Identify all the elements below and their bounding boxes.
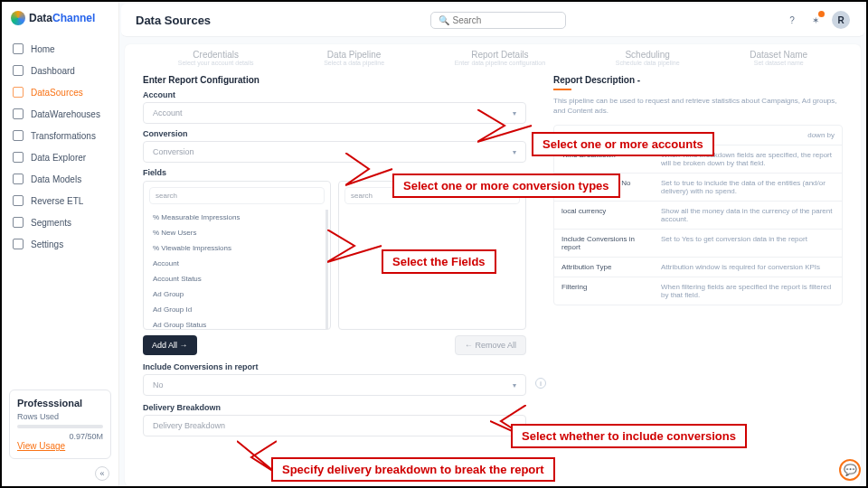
chevron-down-icon: ▾	[513, 381, 516, 389]
available-fields-list: search % Measurable Impressions% New Use…	[143, 181, 331, 330]
nav-dashboard[interactable]: Dashboard	[2, 60, 118, 81]
list-item[interactable]: Ad Group	[144, 286, 326, 302]
annotation-accounts: Select one or more accounts	[532, 132, 714, 156]
config-section-title: Enter Report Configuration	[143, 75, 526, 85]
include-conversions-select[interactable]: No▾	[143, 374, 526, 396]
chevron-down-icon: ▾	[513, 148, 516, 156]
list-item[interactable]: % Viewable Impressions	[144, 240, 326, 256]
wizard-steps: CredentialsSelect your account details D…	[143, 44, 843, 75]
param-key: Include Conversions in report	[554, 230, 654, 257]
segments-icon	[13, 217, 24, 228]
global-search[interactable]: 🔍	[430, 12, 566, 29]
param-val: Set to true to include the data of the e…	[654, 174, 842, 201]
datasources-icon	[13, 87, 24, 98]
topbar: Data Sources 🔍 ? ✶ R	[121, 4, 864, 37]
help-icon[interactable]: ?	[785, 13, 799, 27]
nav-datasources[interactable]: DataSources	[2, 81, 118, 103]
brand-logo: DataChannel	[2, 2, 118, 38]
usage-card: Professsional Rows Used 0.97/50M View Us…	[9, 389, 111, 459]
step-dataset-name[interactable]: Dataset NameSet dataset name	[750, 50, 807, 66]
param-val: Show all the money data in the currency …	[654, 202, 842, 229]
delivery-breakdown-label: Delivery Breakdown	[143, 403, 526, 412]
nav-reverse-etl[interactable]: Reverse ETL	[2, 190, 118, 211]
info-icon[interactable]: i	[535, 378, 546, 389]
user-avatar[interactable]: R	[832, 11, 850, 29]
sidebar-nav: Home Dashboard DataSources DataWarehouse…	[2, 38, 118, 382]
home-icon	[13, 43, 24, 54]
param-row: FilteringWhen filtering fields are speci…	[554, 277, 842, 305]
annotation-include-conv: Select whether to include conversions	[511, 424, 747, 448]
list-item[interactable]: Ad Group Id	[144, 302, 326, 317]
conversion-select[interactable]: Conversion▾	[143, 141, 526, 163]
rows-value: 0.97/50M	[17, 432, 103, 441]
param-row: Attribution TypeAttribution window is re…	[554, 258, 842, 277]
annotation-arrow	[345, 153, 394, 187]
view-usage-link[interactable]: View Usage	[17, 441, 65, 451]
usage-bar	[17, 425, 103, 428]
plan-name: Professsional	[17, 398, 103, 408]
annotation-arrow	[477, 109, 533, 144]
rows-used-label: Rows Used	[17, 412, 103, 421]
param-val: Attribution window is required for conve…	[654, 258, 842, 277]
page-title: Data Sources	[136, 14, 211, 27]
chat-support-icon[interactable]: 💬	[839, 459, 861, 481]
logo-icon	[11, 11, 25, 25]
param-key: Filtering	[554, 277, 654, 305]
warehouse-icon	[13, 108, 24, 119]
nav-segments[interactable]: Segments	[2, 211, 118, 233]
nav-data-models[interactable]: Data Models	[2, 168, 118, 190]
nav-datawarehouses[interactable]: DataWarehouses	[2, 103, 118, 125]
step-scheduling[interactable]: SchedulingSchedule data pipeline	[616, 50, 680, 66]
available-search[interactable]: search	[149, 187, 325, 204]
param-row: local currencyShow all the money data in…	[554, 202, 842, 230]
search-input[interactable]	[453, 15, 558, 25]
list-item[interactable]: Account	[144, 256, 326, 271]
nav-data-explorer[interactable]: Data Explorer	[2, 146, 118, 168]
step-report-details[interactable]: Report DetailsEnter data pipeline config…	[455, 50, 545, 66]
step-credentials[interactable]: CredentialsSelect your account details	[178, 50, 254, 66]
dashboard-icon	[13, 65, 24, 76]
settings-icon	[13, 239, 24, 249]
account-select[interactable]: Account▾	[143, 102, 526, 124]
step-pipeline[interactable]: Data PipelineSelect a data pipeline	[324, 50, 384, 66]
annotation-conversion: Select one or more conversion types	[392, 174, 620, 198]
brand-name: DataChannel	[29, 12, 95, 24]
account-label: Account	[143, 90, 526, 99]
nav-settings[interactable]: Settings	[2, 233, 118, 255]
conversion-label: Conversion	[143, 129, 526, 138]
param-key: Attribution Type	[554, 258, 654, 277]
report-desc-text: This pipeline can be used to request and…	[553, 96, 843, 116]
annotation-fields: Select the Fields	[382, 249, 496, 274]
remove-all-button: ← Remove All	[455, 335, 526, 355]
nav-transformations[interactable]: Transformations	[2, 125, 118, 146]
search-icon: 🔍	[439, 15, 449, 25]
accent-underline	[553, 89, 571, 90]
reverse-etl-icon	[13, 195, 24, 206]
collapse-sidebar-button[interactable]: «	[95, 466, 109, 481]
list-item[interactable]: Ad Group Status	[144, 317, 326, 329]
explorer-icon	[13, 152, 24, 163]
list-item[interactable]: Account Status	[144, 271, 326, 286]
transform-icon	[13, 130, 24, 141]
add-all-button[interactable]: Add All →	[143, 335, 197, 355]
param-val: When filtering fields are specified the …	[654, 277, 842, 305]
nav-home[interactable]: Home	[2, 38, 118, 60]
report-desc-title: Report Description -	[553, 75, 843, 85]
annotation-delivery: Specify delivery breakdown to break the …	[271, 457, 555, 482]
delivery-breakdown-select[interactable]: Delivery Breakdown▾	[143, 415, 526, 436]
list-item[interactable]: % New Users	[144, 225, 326, 240]
notifications-icon[interactable]: ✶	[808, 13, 823, 27]
list-item[interactable]: % Measurable Impressions	[144, 210, 326, 225]
param-key: local currency	[554, 202, 654, 229]
param-row: Include Conversions in reportSet to Yes …	[554, 230, 842, 258]
models-icon	[13, 174, 24, 184]
include-conversions-label: Include Conversions in report	[143, 362, 526, 371]
sidebar: DataChannel Home Dashboard DataSources D…	[2, 2, 119, 486]
param-val: Set to Yes to get conversion data in the…	[654, 230, 842, 257]
annotation-arrow	[327, 230, 383, 264]
